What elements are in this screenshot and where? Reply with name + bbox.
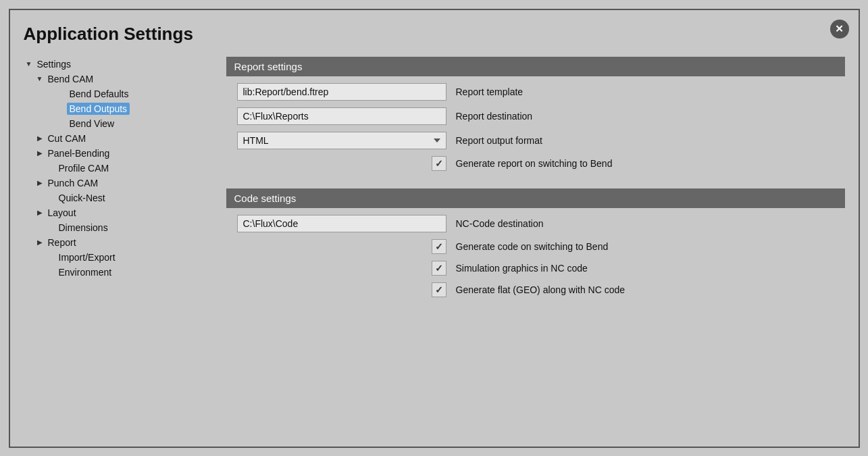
code-settings-section: Code settings NC-Code destination Genera…: [226, 188, 845, 304]
tree-label-panel-bending: Panel-Bending: [45, 147, 113, 159]
sidebar-item-punch-cam[interactable]: ▶Punch CAM: [24, 176, 213, 191]
simulation-label: Simulation graphics in NC code: [456, 263, 588, 274]
tree-label-environment: Environment: [56, 266, 115, 278]
tree-arrow-report: ▶: [34, 237, 45, 248]
tree-label-bend-cam: Bend CAM: [45, 73, 97, 85]
flat-checkbox[interactable]: [432, 282, 446, 297]
sidebar-item-layout[interactable]: ▶Layout: [24, 205, 213, 220]
main-panel: Report settings Report template Report d…: [226, 57, 845, 304]
sidebar-item-bend-cam[interactable]: ▼Bend CAM: [24, 72, 213, 86]
tree-arrow-environment: [45, 267, 56, 278]
tree-label-bend-outputs: Bend Outputs: [67, 103, 130, 115]
sidebar-item-bend-outputs[interactable]: Bend Outputs: [24, 101, 213, 116]
tree-label-import-export: Import/Export: [56, 251, 118, 263]
report-format-row: HTMLPDFExcel Report output format: [237, 132, 834, 149]
tree-label-profile-cam: Profile CAM: [56, 162, 112, 174]
sidebar: ▼Settings▼Bend CAMBend DefaultsBend Outp…: [24, 57, 213, 304]
content-area: ▼Settings▼Bend CAMBend DefaultsBend Outp…: [24, 57, 845, 304]
code-destination-input[interactable]: [237, 215, 446, 232]
report-generate-checkbox[interactable]: [432, 156, 446, 171]
checkbox-spacer3: [237, 261, 446, 276]
report-settings-section: Report settings Report template Report d…: [226, 57, 845, 178]
code-generate-checkbox[interactable]: [432, 239, 446, 254]
tree-arrow-bend-view: [56, 118, 67, 129]
flat-label: Generate flat (GEO) along with NC code: [456, 284, 626, 295]
checkbox-spacer: [237, 156, 446, 171]
tree-label-bend-view: Bend View: [67, 118, 118, 130]
tree-label-settings-root: Settings: [34, 58, 74, 70]
report-settings-body: Report template Report destination HTMLP…: [226, 76, 845, 178]
tree-label-quick-nest: Quick-Nest: [56, 192, 108, 204]
sidebar-item-environment[interactable]: Environment: [24, 265, 213, 280]
tree-arrow-settings-root: ▼: [24, 59, 34, 70]
checkbox-spacer2: [237, 239, 446, 254]
sidebar-item-bend-defaults[interactable]: Bend Defaults: [24, 86, 213, 101]
tree-arrow-quick-nest: [45, 193, 56, 203]
tree-label-punch-cam: Punch CAM: [45, 177, 101, 189]
tree-arrow-bend-cam: ▼: [34, 74, 45, 84]
tree-arrow-layout: ▶: [34, 207, 45, 218]
sidebar-item-quick-nest[interactable]: Quick-Nest: [24, 191, 213, 205]
report-generate-row: Generate report on switching to Bend: [237, 156, 834, 171]
report-destination-input[interactable]: [237, 107, 446, 125]
code-destination-label: NC-Code destination: [456, 218, 544, 229]
tree-label-layout: Layout: [45, 207, 79, 219]
report-template-input[interactable]: [237, 83, 446, 101]
code-generate-label: Generate code on switching to Bend: [456, 241, 609, 252]
tree-label-dimensions: Dimensions: [56, 222, 111, 234]
code-generate-row: Generate code on switching to Bend: [237, 239, 834, 254]
code-settings-header: Code settings: [226, 188, 845, 208]
tree-label-bend-defaults: Bend Defaults: [67, 88, 132, 100]
sidebar-item-bend-view[interactable]: Bend View: [24, 116, 213, 131]
simulation-row: Simulation graphics in NC code: [237, 261, 834, 276]
tree-label-cut-cam: Cut CAM: [45, 132, 89, 145]
tree-arrow-profile-cam: [45, 163, 56, 174]
tree-arrow-import-export: [45, 252, 56, 263]
report-destination-label: Report destination: [456, 111, 533, 122]
sidebar-item-settings-root[interactable]: ▼Settings: [24, 57, 213, 72]
sidebar-item-import-export[interactable]: Import/Export: [24, 250, 213, 265]
report-destination-row: Report destination: [237, 107, 834, 125]
sidebar-item-cut-cam[interactable]: ▶Cut CAM: [24, 131, 213, 146]
tree-arrow-bend-defaults: [56, 88, 67, 99]
application-settings-dialog: Application Settings ✕ ▼Settings▼Bend CA…: [9, 9, 860, 448]
close-button[interactable]: ✕: [830, 20, 849, 39]
tree-arrow-dimensions: [45, 222, 56, 233]
report-format-select[interactable]: HTMLPDFExcel: [237, 132, 446, 149]
sidebar-item-panel-bending[interactable]: ▶Panel-Bending: [24, 146, 213, 161]
tree-arrow-bend-outputs: [56, 103, 67, 114]
tree-arrow-punch-cam: ▶: [34, 178, 45, 188]
dialog-title: Application Settings: [24, 24, 845, 45]
report-template-row: Report template: [237, 83, 834, 101]
checkbox-spacer4: [237, 282, 446, 297]
tree-arrow-panel-bending: ▶: [34, 148, 45, 159]
tree-label-report: Report: [45, 236, 79, 249]
flat-row: Generate flat (GEO) along with NC code: [237, 282, 834, 297]
report-settings-header: Report settings: [226, 57, 845, 76]
code-settings-body: NC-Code destination Generate code on swi…: [226, 208, 845, 304]
sidebar-item-dimensions[interactable]: Dimensions: [24, 220, 213, 235]
sidebar-item-report[interactable]: ▶Report: [24, 235, 213, 250]
code-destination-row: NC-Code destination: [237, 215, 834, 232]
report-generate-label: Generate report on switching to Bend: [456, 158, 613, 169]
report-template-label: Report template: [456, 86, 524, 97]
report-format-label: Report output format: [456, 135, 542, 146]
sidebar-item-profile-cam[interactable]: Profile CAM: [24, 161, 213, 176]
tree-arrow-cut-cam: ▶: [34, 133, 45, 144]
simulation-checkbox[interactable]: [432, 261, 446, 276]
